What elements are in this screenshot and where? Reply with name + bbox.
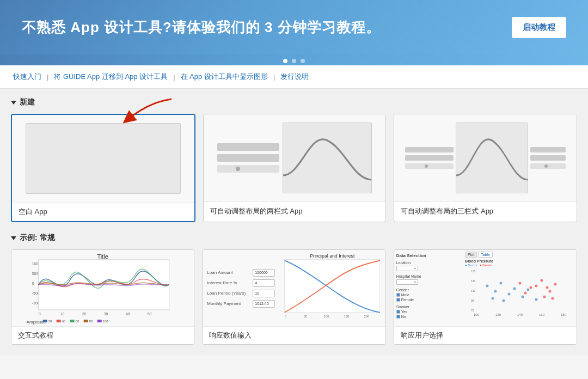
- sel-location-group: Location: [396, 261, 461, 271]
- svg-text:110: 110: [471, 289, 476, 292]
- svg-text:30: 30: [104, 312, 108, 316]
- data-sel-tabs: Plot Table: [463, 250, 577, 258]
- example-data-selection-preview: Data Selection Location Hospital Name Ge…: [394, 250, 577, 326]
- three-right-bar-1: [530, 147, 566, 152]
- banner-text: 不熟悉 App 设计工具?请体验我们的 3 分钟学习教程。: [22, 18, 381, 37]
- three-mini-bar-2: [405, 155, 453, 161]
- svg-point-45: [508, 293, 511, 296]
- svg-point-43: [494, 290, 497, 293]
- tab-table: Table: [478, 252, 493, 258]
- examples-section: 示例: 常规 Title 1000 500 0 -500 -1000: [11, 233, 577, 345]
- new-cards-grid: 空白 App: [11, 114, 577, 222]
- two-panel-layout: [217, 123, 372, 193]
- data-sel-chart: Plot Table Blood Pressure ● Doctor ● Del…: [463, 250, 577, 326]
- sel-female-checkbox: [396, 298, 400, 302]
- svg-point-48: [527, 289, 530, 291]
- svg-text:150: 150: [344, 315, 350, 318]
- three-panel-mid: [456, 123, 528, 193]
- card-two-panel[interactable]: 可自动调整布局的两栏式 App: [203, 114, 387, 222]
- sel-hospital-group: Hospital Name: [396, 274, 461, 285]
- svg-point-56: [554, 283, 557, 286]
- sel-yes-checkbox: [396, 310, 400, 314]
- interactive-chart-svg: Title 1000 500 0 -500 -1000: [11, 250, 194, 326]
- three-mini-curve: [456, 123, 528, 193]
- three-panel-layout: [405, 123, 566, 193]
- card-blank-app[interactable]: 空白 App: [11, 114, 195, 222]
- dot-2[interactable]: [292, 59, 296, 63]
- mini-bar-1: [217, 143, 279, 151]
- data-sel-controls: Data Selection Location Hospital Name Ge…: [394, 250, 463, 326]
- example-card-loan[interactable]: Loan Amount 100000 Interest Rate % 4 Loa…: [202, 249, 385, 345]
- svg-text:180: 180: [561, 313, 567, 316]
- svg-text:500: 500: [32, 272, 39, 276]
- svg-point-52: [519, 282, 522, 285]
- new-section-header[interactable]: 新建: [11, 97, 577, 107]
- svg-text:70: 70: [471, 309, 474, 312]
- loan-period-field: Loan Period (Years) 10: [207, 290, 275, 297]
- two-panel-right: [283, 123, 372, 193]
- loan-inputs-area: Loan Amount 100000 Interest Rate % 4 Loa…: [203, 250, 279, 326]
- example-interactive-label: 交互式教程: [11, 326, 194, 344]
- svg-text:40: 40: [126, 312, 130, 316]
- svg-text:0: 0: [32, 282, 34, 285]
- svg-text:50: 50: [148, 312, 152, 316]
- loan-rate-box: 4: [253, 279, 275, 287]
- card-two-panel-label: 可自动调整布局的两栏式 App: [204, 201, 386, 221]
- banner-dots: [0, 54, 588, 65]
- three-right-bar-2: [530, 155, 566, 161]
- svg-text:140: 140: [517, 313, 523, 316]
- three-mini-bar-top: [405, 147, 453, 152]
- new-section-label: 新建: [20, 97, 35, 107]
- svg-text:100: 100: [103, 320, 109, 323]
- nav-release-notes[interactable]: 发行说明: [278, 71, 311, 83]
- svg-text:20: 20: [82, 312, 87, 316]
- nav-show-graph[interactable]: 在 App 设计工具中显示图形: [179, 71, 270, 83]
- data-sel-layout: Data Selection Location Hospital Name Ge…: [394, 250, 577, 326]
- svg-point-46: [513, 288, 516, 290]
- mini-slider-1: [217, 165, 279, 173]
- svg-point-49: [535, 298, 538, 301]
- svg-rect-15: [43, 320, 47, 322]
- dot-3[interactable]: [301, 59, 305, 63]
- svg-text:160: 160: [539, 313, 545, 316]
- main-content: 新建 空白 App: [0, 89, 588, 356]
- svg-point-60: [546, 286, 549, 289]
- sel-male-checkbox: [396, 293, 400, 297]
- mini-curve-svg: [283, 123, 372, 193]
- nav-guide-migrate[interactable]: 将 GUIDE App 迁移到 App 设计工具: [52, 71, 170, 83]
- example-card-interactive[interactable]: Title 1000 500 0 -500 -1000: [11, 249, 194, 345]
- sel-location-label: Location: [396, 261, 461, 265]
- sel-hospital-label: Hospital Name: [396, 274, 461, 278]
- svg-text:100: 100: [474, 313, 480, 316]
- loan-amount-box: 100000: [253, 269, 275, 277]
- example-card-data-selection[interactable]: Data Selection Location Hospital Name Ge…: [394, 249, 577, 345]
- examples-collapse-triangle: [11, 236, 16, 240]
- example-loan-label: 响应数值输入: [203, 326, 385, 344]
- nav-quickstart[interactable]: 快速入门: [11, 71, 44, 83]
- two-panel-left: [217, 123, 279, 193]
- loan-payment-value: 1012.45: [255, 302, 268, 305]
- card-blank-preview: [12, 115, 194, 202]
- loan-amount-value: 100000: [255, 271, 267, 274]
- dot-1[interactable]: [283, 59, 287, 63]
- svg-point-50: [503, 299, 505, 302]
- nav-sep-3: |: [270, 73, 278, 81]
- svg-text:10: 10: [60, 312, 65, 316]
- examples-section-header[interactable]: 示例: 常规: [11, 233, 577, 243]
- loan-amount-label: Loan Amount: [207, 270, 250, 275]
- examples-section-label: 示例: 常规: [20, 233, 55, 243]
- mini-bar-2: [217, 154, 279, 162]
- example-data-selection-label: 响应用户选择: [394, 326, 577, 344]
- sel-gender-label: Gender: [396, 288, 461, 292]
- loan-chart-area: Principal and Interest 0 50 100 15: [279, 250, 385, 326]
- sel-female-row: Female: [396, 298, 461, 302]
- loan-payment-box: 1012.45: [253, 300, 275, 308]
- example-cards-grid: Title 1000 500 0 -500 -1000: [11, 249, 577, 345]
- svg-text:Title: Title: [97, 253, 108, 260]
- svg-rect-21: [84, 320, 88, 322]
- sel-no-row: No: [396, 315, 461, 319]
- card-three-panel[interactable]: 可自动调整布局的三栏式 App: [394, 114, 577, 222]
- three-mini-slider: [405, 163, 453, 169]
- launch-tutorial-button[interactable]: 启动教程: [512, 17, 566, 38]
- svg-point-54: [541, 279, 543, 282]
